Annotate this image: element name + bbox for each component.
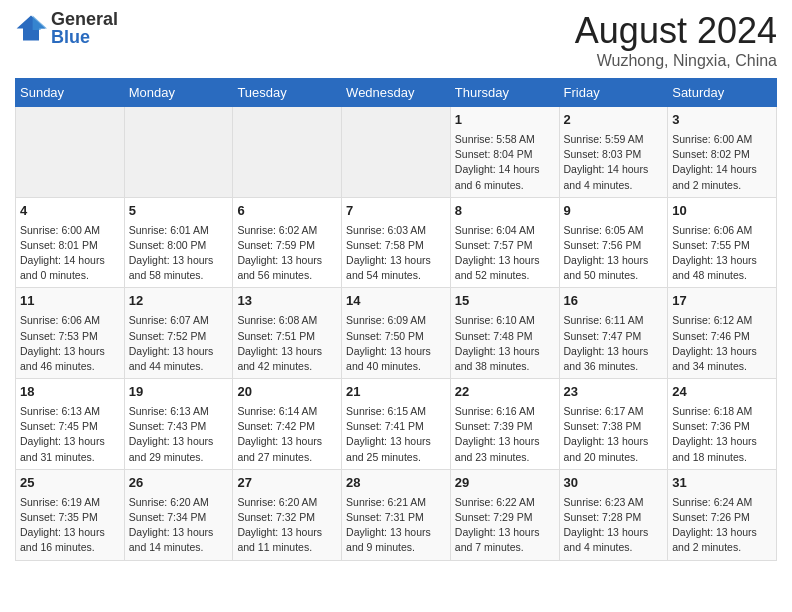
day-info: and 14 minutes. <box>129 540 229 555</box>
calendar-cell: 1Sunrise: 5:58 AMSunset: 8:04 PMDaylight… <box>450 107 559 198</box>
day-info: and 18 minutes. <box>672 450 772 465</box>
day-info: Sunset: 8:00 PM <box>129 238 229 253</box>
day-info: Sunset: 7:29 PM <box>455 510 555 525</box>
day-info: Sunset: 7:51 PM <box>237 329 337 344</box>
day-info: Sunrise: 6:24 AM <box>672 495 772 510</box>
day-number: 29 <box>455 474 555 493</box>
day-number: 8 <box>455 202 555 221</box>
day-info: Sunset: 7:41 PM <box>346 419 446 434</box>
day-info: and 23 minutes. <box>455 450 555 465</box>
day-info: and 38 minutes. <box>455 359 555 374</box>
day-info: Sunset: 7:50 PM <box>346 329 446 344</box>
calendar-cell: 15Sunrise: 6:10 AMSunset: 7:48 PMDayligh… <box>450 288 559 379</box>
day-info: and 7 minutes. <box>455 540 555 555</box>
day-info: Sunrise: 6:01 AM <box>129 223 229 238</box>
day-info: Daylight: 13 hours <box>129 253 229 268</box>
calendar-week-row: 18Sunrise: 6:13 AMSunset: 7:45 PMDayligh… <box>16 379 777 470</box>
day-info: Sunset: 7:43 PM <box>129 419 229 434</box>
day-info: Sunset: 7:39 PM <box>455 419 555 434</box>
logo: General Blue <box>15 10 118 46</box>
calendar-cell: 5Sunrise: 6:01 AMSunset: 8:00 PMDaylight… <box>124 197 233 288</box>
day-number: 25 <box>20 474 120 493</box>
day-info: Daylight: 14 hours <box>455 162 555 177</box>
day-info: Daylight: 13 hours <box>564 525 664 540</box>
day-number: 27 <box>237 474 337 493</box>
day-info: Daylight: 13 hours <box>20 344 120 359</box>
day-info: Sunrise: 6:20 AM <box>237 495 337 510</box>
day-info: and 20 minutes. <box>564 450 664 465</box>
calendar-cell: 9Sunrise: 6:05 AMSunset: 7:56 PMDaylight… <box>559 197 668 288</box>
calendar-week-row: 11Sunrise: 6:06 AMSunset: 7:53 PMDayligh… <box>16 288 777 379</box>
day-info: Sunrise: 6:11 AM <box>564 313 664 328</box>
day-info: Sunset: 7:52 PM <box>129 329 229 344</box>
weekday-header-monday: Monday <box>124 79 233 107</box>
day-info: and 54 minutes. <box>346 268 446 283</box>
logo-text: General Blue <box>51 10 118 46</box>
day-number: 3 <box>672 111 772 130</box>
day-info: Daylight: 13 hours <box>346 253 446 268</box>
day-info: and 46 minutes. <box>20 359 120 374</box>
day-info: Daylight: 13 hours <box>129 434 229 449</box>
day-number: 13 <box>237 292 337 311</box>
day-info: Sunset: 7:53 PM <box>20 329 120 344</box>
weekday-header-friday: Friday <box>559 79 668 107</box>
day-number: 24 <box>672 383 772 402</box>
day-info: Daylight: 13 hours <box>564 253 664 268</box>
day-info: Daylight: 13 hours <box>237 253 337 268</box>
calendar-cell: 20Sunrise: 6:14 AMSunset: 7:42 PMDayligh… <box>233 379 342 470</box>
day-info: Daylight: 13 hours <box>564 434 664 449</box>
day-info: Sunset: 7:31 PM <box>346 510 446 525</box>
day-info: Sunrise: 6:04 AM <box>455 223 555 238</box>
day-info: Sunrise: 6:13 AM <box>129 404 229 419</box>
calendar-table: SundayMondayTuesdayWednesdayThursdayFrid… <box>15 78 777 561</box>
day-info: and 50 minutes. <box>564 268 664 283</box>
day-info: Sunset: 7:26 PM <box>672 510 772 525</box>
day-info: Sunset: 7:56 PM <box>564 238 664 253</box>
day-number: 28 <box>346 474 446 493</box>
day-info: Daylight: 13 hours <box>672 434 772 449</box>
day-info: Sunset: 8:03 PM <box>564 147 664 162</box>
day-number: 2 <box>564 111 664 130</box>
day-info: and 6 minutes. <box>455 178 555 193</box>
day-info: and 56 minutes. <box>237 268 337 283</box>
day-info: Daylight: 13 hours <box>237 434 337 449</box>
day-number: 16 <box>564 292 664 311</box>
day-number: 19 <box>129 383 229 402</box>
day-info: Sunset: 7:35 PM <box>20 510 120 525</box>
day-number: 4 <box>20 202 120 221</box>
calendar-cell <box>233 107 342 198</box>
calendar-cell: 30Sunrise: 6:23 AMSunset: 7:28 PMDayligh… <box>559 469 668 560</box>
day-info: and 40 minutes. <box>346 359 446 374</box>
day-number: 11 <box>20 292 120 311</box>
day-info: and 27 minutes. <box>237 450 337 465</box>
day-info: Daylight: 13 hours <box>129 344 229 359</box>
day-info: Sunrise: 6:05 AM <box>564 223 664 238</box>
day-number: 12 <box>129 292 229 311</box>
page-header: General Blue August 2024 Wuzhong, Ningxi… <box>15 10 777 70</box>
day-info: Daylight: 13 hours <box>346 525 446 540</box>
day-number: 5 <box>129 202 229 221</box>
day-info: Sunrise: 6:06 AM <box>672 223 772 238</box>
day-info: Daylight: 13 hours <box>346 344 446 359</box>
day-info: Daylight: 14 hours <box>564 162 664 177</box>
calendar-cell: 3Sunrise: 6:00 AMSunset: 8:02 PMDaylight… <box>668 107 777 198</box>
day-number: 21 <box>346 383 446 402</box>
day-info: and 58 minutes. <box>129 268 229 283</box>
day-info: Daylight: 13 hours <box>455 344 555 359</box>
logo-general: General <box>51 9 118 29</box>
day-info: Sunrise: 5:58 AM <box>455 132 555 147</box>
day-info: Daylight: 13 hours <box>20 434 120 449</box>
day-info: Daylight: 13 hours <box>672 344 772 359</box>
day-number: 17 <box>672 292 772 311</box>
day-info: Sunrise: 5:59 AM <box>564 132 664 147</box>
day-info: Sunset: 7:57 PM <box>455 238 555 253</box>
calendar-cell: 18Sunrise: 6:13 AMSunset: 7:45 PMDayligh… <box>16 379 125 470</box>
weekday-header-thursday: Thursday <box>450 79 559 107</box>
day-info: Sunrise: 6:22 AM <box>455 495 555 510</box>
day-number: 1 <box>455 111 555 130</box>
calendar-header: SundayMondayTuesdayWednesdayThursdayFrid… <box>16 79 777 107</box>
calendar-cell: 6Sunrise: 6:02 AMSunset: 7:59 PMDaylight… <box>233 197 342 288</box>
calendar-cell: 8Sunrise: 6:04 AMSunset: 7:57 PMDaylight… <box>450 197 559 288</box>
day-info: Daylight: 13 hours <box>672 525 772 540</box>
day-info: and 44 minutes. <box>129 359 229 374</box>
